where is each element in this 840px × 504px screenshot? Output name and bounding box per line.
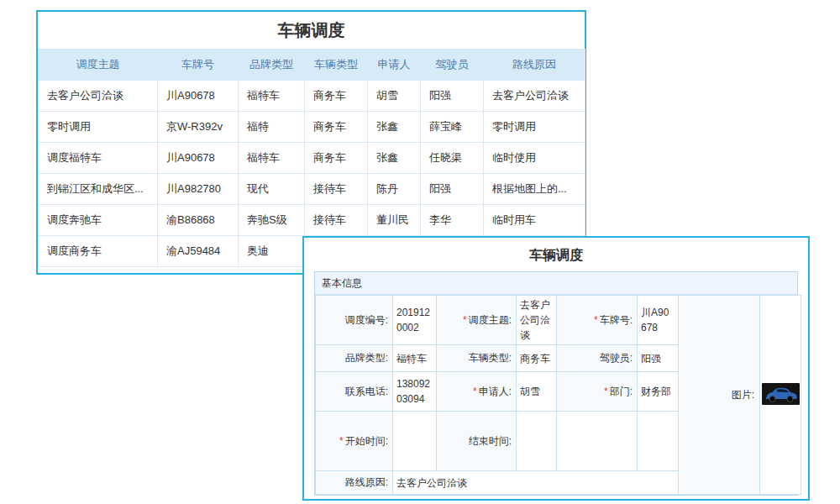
required-asterisk: *	[463, 314, 467, 326]
table-row: 零时调用 京W-R392v 福特 商务车 张鑫 薛宝峰 零时调用	[39, 112, 585, 143]
subject-link[interactable]: 调度商务车	[39, 236, 158, 267]
brand-value: 福特车	[393, 345, 437, 372]
plate-link[interactable]: 京W-R392v	[158, 112, 239, 143]
subject-link[interactable]: 到锦江区和成华区...	[39, 174, 158, 205]
dispatch-no-label: 调度编号:	[316, 296, 393, 345]
table-row: 到锦江区和成华区... 川A982780 现代 接待车 陈丹 阳强 根据地图上的…	[39, 174, 585, 205]
vehicle-photo	[762, 383, 800, 405]
col-header-plate: 车牌号	[158, 50, 239, 81]
required-asterisk: *	[594, 314, 598, 326]
end-time-value	[517, 412, 557, 471]
photo-label: 图片:	[679, 296, 760, 495]
vehicle-dispatch-list-panel: 车辆调度 调度主题 车牌号 品牌类型 车辆类型 申请人 驾驶员 路线原因 去客户…	[36, 10, 586, 275]
required-asterisk: *	[339, 435, 344, 447]
required-asterisk: *	[604, 386, 608, 397]
end-time-label: 结束时间:	[437, 412, 517, 471]
phone-value: 13809203094	[393, 372, 437, 412]
type-cell: 接待车	[305, 205, 368, 236]
brand-label: 品牌类型:	[316, 345, 393, 372]
detail-form-table: 调度编号: 2019120002 *调度主题: 去客户公司洽谈 *车牌号: 川A…	[315, 295, 801, 495]
plate-link[interactable]: 渝AJ59484	[158, 236, 239, 267]
reason-cell: 临时用车	[484, 205, 585, 236]
brand-cell: 福特	[239, 112, 305, 143]
brand-cell: 福特车	[239, 143, 305, 174]
applicant-label-text: 申请人:	[479, 386, 512, 397]
start-time-label: *开始时间:	[316, 412, 393, 471]
plate-link[interactable]: 渝B86868	[158, 205, 239, 236]
driver-link[interactable]: 薛宝峰	[421, 112, 484, 143]
start-time-value	[393, 412, 437, 471]
basic-info-section-header: 基本信息	[315, 272, 797, 295]
applicant-label: *申请人:	[437, 372, 517, 412]
form-row: 调度编号: 2019120002 *调度主题: 去客户公司洽谈 *车牌号: 川A…	[316, 296, 801, 345]
applicant-cell: 张鑫	[368, 112, 421, 143]
table-row: 去客户公司洽谈 川A90678 福特车 商务车 胡雪 阳强 去客户公司洽谈	[39, 81, 585, 112]
col-header-applicant: 申请人	[368, 50, 421, 81]
vehicle-type-value: 商务车	[517, 345, 557, 372]
brand-cell: 奥迪	[239, 236, 305, 267]
driver-link[interactable]: 李华	[421, 205, 484, 236]
plate-link[interactable]: 川A90678	[158, 143, 239, 174]
vehicle-dispatch-detail-panel: 车辆调度 基本信息 调度编号: 2019120002 *调度主题: 去客户公司洽…	[302, 236, 810, 501]
route-reason-value: 去客户公司洽谈	[393, 471, 679, 495]
brand-cell: 奔驰S级	[239, 205, 305, 236]
subject-label-text: 调度主题:	[469, 314, 512, 326]
dispatch-table: 调度主题 车牌号 品牌类型 车辆类型 申请人 驾驶员 路线原因 去客户公司洽谈 …	[38, 49, 585, 267]
brand-cell: 现代	[239, 174, 305, 205]
empty-cell	[638, 412, 679, 471]
plate-value: 川A90678	[638, 296, 679, 345]
subject-link[interactable]: 零时调用	[39, 112, 158, 143]
department-label-text: 部门:	[610, 386, 633, 397]
dispatch-no-value: 2019120002	[393, 296, 437, 345]
phone-label: 联系电话:	[316, 372, 393, 412]
list-panel-title: 车辆调度	[38, 12, 585, 49]
detail-panel-title: 车辆调度	[304, 238, 808, 271]
department-value: 财务部	[638, 372, 679, 412]
reason-cell: 根据地图上的...	[484, 174, 585, 205]
driver-link[interactable]: 阳强	[421, 81, 484, 112]
table-row: 调度福特车 川A90678 福特车 商务车 张鑫 任晓渠 临时使用	[39, 143, 585, 174]
applicant-value: 胡雪	[517, 372, 557, 412]
basic-info-section: 基本信息 调度编号: 2019120002 *调度主题: 去客户公司洽谈 *车牌…	[314, 271, 798, 496]
col-header-driver: 驾驶员	[421, 50, 484, 81]
vehicle-type-label: 车辆类型:	[437, 345, 517, 372]
driver-link[interactable]: 任晓渠	[421, 143, 484, 174]
applicant-cell: 胡雪	[368, 81, 421, 112]
plate-link[interactable]: 川A982780	[158, 174, 239, 205]
col-header-subject: 调度主题	[39, 50, 158, 81]
start-time-label-text: 开始时间:	[345, 435, 388, 447]
dispatch-table-header-row: 调度主题 车牌号 品牌类型 车辆类型 申请人 驾驶员 路线原因	[39, 50, 585, 81]
empty-cell	[557, 412, 638, 471]
applicant-cell: 张鑫	[368, 143, 421, 174]
subject-label: *调度主题:	[437, 296, 517, 345]
driver-link[interactable]: 阳强	[421, 174, 484, 205]
photo-cell	[760, 296, 801, 495]
department-label: *部门:	[557, 372, 638, 412]
driver-label: 驾驶员:	[557, 345, 638, 372]
reason-cell: 零时调用	[484, 112, 585, 143]
type-cell: 商务车	[305, 81, 368, 112]
subject-link[interactable]: 调度福特车	[39, 143, 158, 174]
plate-label: *车牌号:	[557, 296, 638, 345]
plate-label-text: 车牌号:	[600, 314, 633, 326]
col-header-reason: 路线原因	[484, 50, 585, 81]
plate-link[interactable]: 川A90678	[158, 81, 239, 112]
type-cell: 商务车	[305, 112, 368, 143]
type-cell: 接待车	[305, 174, 368, 205]
col-header-type: 车辆类型	[305, 50, 368, 81]
subject-link[interactable]: 去客户公司洽谈	[39, 81, 158, 112]
reason-cell: 临时使用	[484, 143, 585, 174]
col-header-brand: 品牌类型	[239, 50, 305, 81]
applicant-cell: 陈丹	[368, 174, 421, 205]
subject-link[interactable]: 调度奔驰车	[39, 205, 158, 236]
reason-cell: 去客户公司洽谈	[484, 81, 585, 112]
brand-cell: 福特车	[239, 81, 305, 112]
applicant-cell: 董川民	[368, 205, 421, 236]
required-asterisk: *	[473, 386, 477, 397]
route-reason-label: 路线原因:	[316, 471, 393, 495]
table-row: 调度奔驰车 渝B86868 奔驰S级 接待车 董川民 李华 临时用车	[39, 205, 585, 236]
subject-value: 去客户公司洽谈	[517, 296, 557, 345]
type-cell: 商务车	[305, 143, 368, 174]
driver-value: 阳强	[638, 345, 679, 372]
